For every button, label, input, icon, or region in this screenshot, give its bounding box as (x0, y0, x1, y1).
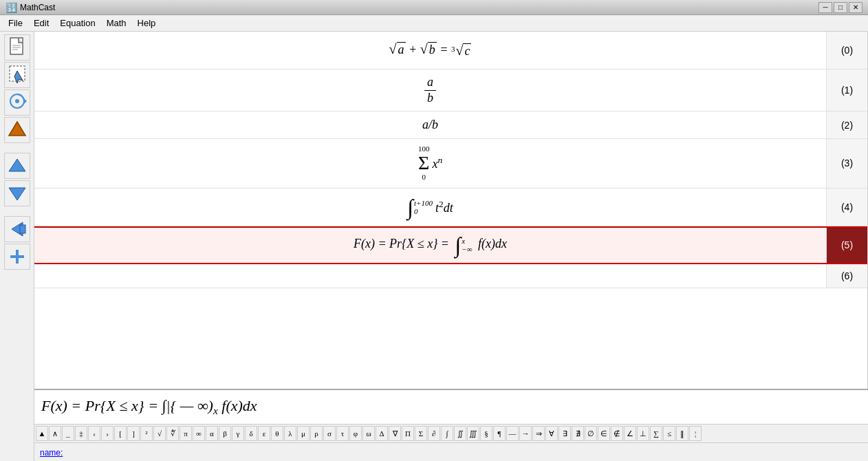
sym-btn-38[interactable]: ⇒ (532, 426, 545, 441)
equation-content-5: F(x) = Pr{X ≤ x} = ∫ x −∞ f(x)dx (34, 228, 826, 261)
sym-btn-11[interactable]: π (180, 426, 192, 441)
sym-btn-20[interactable]: μ (297, 426, 310, 441)
sym-btn-49[interactable]: ‖ (676, 426, 688, 441)
cbrt-c: 3 √ c (451, 43, 471, 58)
sym-btn-8[interactable]: ² (140, 426, 153, 441)
sym-btn-50[interactable]: ¦ (689, 426, 702, 441)
sym-btn-18[interactable]: θ (271, 426, 283, 441)
sym-btn-27[interactable]: ∇ (389, 426, 401, 441)
sym-btn-2[interactable]: _ (62, 426, 74, 441)
sym-btn-29[interactable]: Σ (415, 426, 427, 441)
sym-btn-24[interactable]: φ (349, 426, 362, 441)
eq0-number: (0) (826, 32, 867, 69)
sym-btn-21[interactable]: ρ (310, 426, 323, 441)
sym-btn-9[interactable]: √ (153, 426, 166, 441)
new-doc-button[interactable] (4, 34, 30, 61)
sym-btn-15[interactable]: γ (232, 426, 244, 441)
app-title: MathCast (20, 3, 55, 12)
equation-row-6[interactable]: (6) (34, 264, 867, 288)
sym-btn-33[interactable]: ∭ (467, 426, 479, 441)
title-bar: 🔢 MathCast ─ □ ✕ (0, 0, 868, 15)
sym-btn-7[interactable]: ] (127, 426, 140, 441)
equation-content-1: a b (34, 69, 826, 111)
select-button[interactable] (4, 62, 30, 88)
sym-btn-12[interactable]: ∞ (193, 426, 205, 441)
sym-btn-5[interactable]: › (101, 426, 113, 441)
sym-btn-19[interactable]: λ (284, 426, 296, 441)
bottom-equation-display: F(x) = Pr{X ≤ x} = ∫|{ — ∞)x f(x)dx (34, 390, 868, 425)
sym-btn-35[interactable]: ¶ (493, 426, 506, 441)
menu-help[interactable]: Help (132, 17, 162, 30)
shape-button[interactable] (4, 117, 30, 143)
eq5-expr: F(x) = Pr{X ≤ x} = ∫ x −∞ f(x)dx (354, 234, 507, 256)
sqrt-b: √ b (420, 42, 437, 57)
transform-button[interactable] (4, 89, 30, 116)
name-label[interactable]: name: (40, 448, 63, 458)
svg-rect-15 (10, 255, 24, 258)
sym-btn-41[interactable]: ∄ (572, 426, 584, 441)
sym-btn-46[interactable]: ⊥ (637, 426, 649, 441)
svg-marker-11 (9, 188, 25, 200)
equation-row-3[interactable]: 100 Σ 0 xn (3) (34, 139, 867, 188)
sym-btn-42[interactable]: ∅ (585, 426, 597, 441)
equation-row-0[interactable]: √ a + √ b = 3 √ (34, 32, 867, 69)
forward-button[interactable] (4, 216, 30, 242)
sym-btn-48[interactable]: ≤ (663, 426, 675, 441)
eq3-number: (3) (826, 139, 867, 187)
sym-btn-25[interactable]: ω (362, 426, 375, 441)
sym-btn-45[interactable]: ∠ (624, 426, 636, 441)
sym-btn-31[interactable]: ∫ (441, 426, 453, 441)
eq2-expr: a/b (422, 118, 438, 132)
sym-btn-40[interactable]: ∃ (558, 426, 571, 441)
sym-btn-32[interactable]: ∬ (454, 426, 466, 441)
up-arrow-button[interactable] (4, 153, 30, 179)
menu-bar: File Edit Equation Math Help (0, 15, 868, 32)
sym-btn-22[interactable]: σ (323, 426, 336, 441)
sym-btn-16[interactable]: δ (245, 426, 257, 441)
sym-btn-28[interactable]: Π (402, 426, 414, 441)
bottom-eq-text: F(x) = Pr{X ≤ x} = ∫|{ — ∞)x f(x)dx (41, 397, 257, 417)
sym-btn-17[interactable]: ε (258, 426, 270, 441)
close-button[interactable]: ✕ (849, 2, 862, 13)
sum-expr: 100 Σ 0 xn (418, 144, 442, 182)
sym-btn-43[interactable]: ∈ (598, 426, 610, 441)
sym-btn-23[interactable]: τ (336, 426, 349, 441)
window-controls[interactable]: ─ □ ✕ (818, 2, 862, 13)
minimize-button[interactable]: ─ (818, 2, 832, 13)
equation-content-3: 100 Σ 0 xn (34, 139, 826, 187)
menu-edit[interactable]: Edit (28, 17, 54, 30)
sym-btn-4[interactable]: ‹ (88, 426, 100, 441)
sym-btn-3[interactable]: ‡ (75, 426, 87, 441)
sym-btn-6[interactable]: [ (114, 426, 127, 441)
sym-btn-14[interactable]: β (219, 426, 231, 441)
symbol-toolbar: ▲ ∧ _ ‡ ‹ › [ ] ² √ ∜ π ∞ α β γ δ ε θ λ (34, 425, 868, 443)
sym-btn-30[interactable]: ∂ (428, 426, 440, 441)
add-button[interactable] (4, 244, 30, 270)
sym-btn-36[interactable]: — (506, 426, 519, 441)
equation-row-5[interactable]: F(x) = Pr{X ≤ x} = ∫ x −∞ f(x)dx (5) (34, 226, 867, 264)
menu-equation[interactable]: Equation (54, 17, 100, 30)
sym-btn-26[interactable]: Δ (376, 426, 388, 441)
eq2-number: (2) (826, 111, 867, 138)
down-arrow-button[interactable] (4, 180, 30, 206)
sym-btn-13[interactable]: α (206, 426, 218, 441)
maximize-button[interactable]: □ (834, 2, 847, 13)
equation-row-2[interactable]: a/b (2) (34, 111, 867, 139)
left-toolbar (0, 32, 34, 461)
sym-btn-34[interactable]: § (480, 426, 492, 441)
sym-btn-1[interactable]: ∧ (49, 426, 61, 441)
sym-btn-10[interactable]: ∜ (166, 426, 179, 441)
equation-list: √ a + √ b = 3 √ (34, 32, 868, 389)
menu-file[interactable]: File (3, 17, 28, 30)
eq5-number: (5) (826, 228, 867, 263)
sym-btn-47[interactable]: ∑ (650, 426, 662, 441)
equation-content-2: a/b (34, 112, 826, 138)
equation-row-4[interactable]: ∫ t+100 0 t2dt (4) (34, 189, 867, 226)
svg-marker-9 (9, 122, 25, 136)
sym-btn-39[interactable]: ∀ (545, 426, 558, 441)
sym-btn-44[interactable]: ∉ (611, 426, 623, 441)
sym-btn-0[interactable]: ▲ (36, 426, 48, 441)
equation-row-1[interactable]: a b (1) (34, 69, 867, 111)
menu-math[interactable]: Math (101, 17, 132, 30)
sym-btn-37[interactable]: → (519, 426, 532, 441)
